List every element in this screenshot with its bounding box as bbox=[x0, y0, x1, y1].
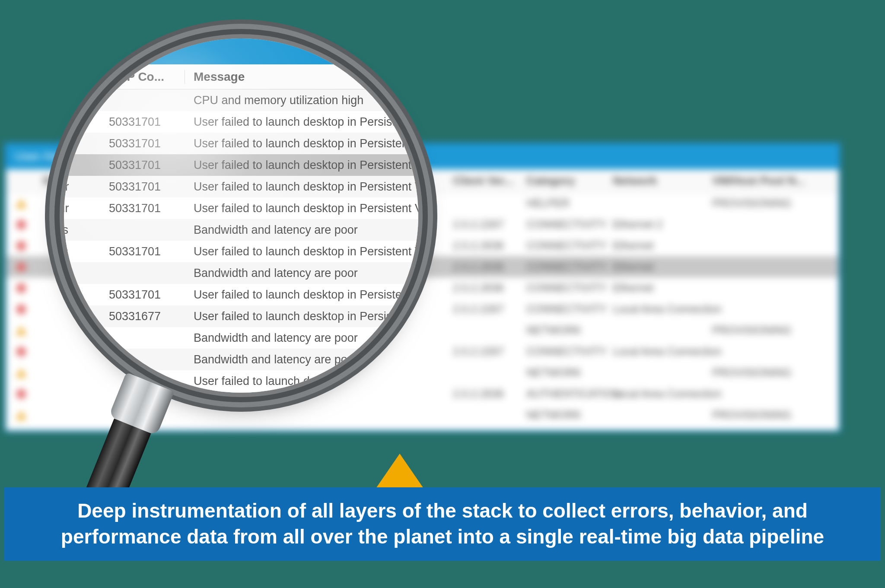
cell: CONNECTIVITY bbox=[520, 239, 607, 252]
cell: Ethernet bbox=[607, 239, 706, 252]
cell: Local Area Connection bbox=[607, 388, 706, 400]
status-error-icon bbox=[6, 262, 36, 272]
cell: CONNECTIVITY bbox=[520, 218, 607, 231]
cell: NETWORK bbox=[520, 430, 607, 432]
status-error-icon bbox=[6, 389, 36, 399]
cell: Ethernet bbox=[607, 261, 706, 273]
table-row[interactable]: NETWORKPROVISIONING bbox=[6, 320, 839, 341]
cell: PROVISIONING bbox=[706, 366, 801, 379]
table-row[interactable]: NETWORKPROVISIONING bbox=[6, 404, 839, 426]
cell: AUTHENTICATION bbox=[520, 388, 607, 400]
cell-message: User failed to launch desktop in Persist… bbox=[185, 115, 418, 129]
caption-banner: Deep instrumentation of all layers of th… bbox=[4, 487, 881, 561]
cell: NETWORK bbox=[520, 324, 607, 337]
cell: CONNECTIVITY bbox=[520, 282, 607, 294]
alarms-panel-blurred: User Alarms Status Client Ver... Categor… bbox=[4, 143, 840, 432]
table-row[interactable]: 2.0.2.2267CONNECTIVITYLocal Area Connect… bbox=[6, 341, 839, 362]
cell: 2.0.2.2267 bbox=[447, 218, 520, 231]
table-row[interactable]: 2.0.2.2267CONNECTIVITYEthernet 2 bbox=[6, 214, 839, 235]
table-row[interactable]: CPU and memory utilization high bbox=[64, 89, 418, 111]
table-row[interactable]: 2.0.2.2636AUTHENTICATIONLocal Area Conne… bbox=[6, 383, 839, 404]
cell: Ethernet bbox=[607, 282, 706, 294]
cell: NETWORK bbox=[520, 366, 607, 379]
table-row[interactable]: 2.0.2.2636CONNECTIVITYEthernet bbox=[6, 277, 839, 299]
cell: 2.0.2.2636 bbox=[447, 261, 520, 273]
lens-header-row: RDP Co... Message bbox=[64, 64, 418, 89]
cell: CONNECTIVITY bbox=[520, 303, 607, 315]
lens-col-rdp[interactable]: RDP Co... bbox=[103, 70, 185, 84]
cell-rdp-code: 50331701 bbox=[103, 115, 185, 129]
cell: PROVISIONING bbox=[706, 430, 801, 432]
col-status[interactable]: Status bbox=[36, 174, 144, 188]
caption-arrow-icon bbox=[376, 454, 423, 488]
status-warning-icon bbox=[6, 368, 36, 378]
col-network[interactable]: Network bbox=[607, 174, 706, 188]
cell: 2.0.2.2267 bbox=[447, 345, 520, 358]
cell: Local Area Connection bbox=[607, 303, 706, 315]
status-error-icon bbox=[6, 241, 36, 251]
cell: PROVISIONING bbox=[706, 197, 801, 210]
cell: CONNECTIVITY bbox=[520, 345, 607, 358]
status-error-icon bbox=[6, 220, 36, 229]
cell: 2.0.2.2267 bbox=[447, 303, 520, 315]
cell: Local Area Connection bbox=[607, 345, 706, 358]
cell: PROVISIONING bbox=[706, 409, 801, 421]
cell-time: in bbox=[64, 115, 103, 129]
status-error-icon bbox=[6, 283, 36, 293]
col-client-ver[interactable]: Client Ver... bbox=[447, 174, 520, 188]
table-row[interactable]: 2.0.2.2267CONNECTIVITYLocal Area Connect… bbox=[6, 299, 839, 320]
status-warning-icon bbox=[6, 410, 36, 420]
col-vmhost[interactable]: VM/Host Pool N... bbox=[706, 174, 801, 188]
cell: 2.0.2.2636 bbox=[447, 239, 520, 252]
table-row[interactable]: 2.0.2.2636CONNECTIVITYEthernet bbox=[6, 256, 839, 277]
cell: 2.0.2.2636 bbox=[447, 282, 520, 294]
cell: 2.0.2.2636 bbox=[447, 388, 520, 400]
table-row[interactable]: 2.0.2.2636CONNECTIVITYEthernet bbox=[6, 235, 839, 256]
table-row[interactable]: NETWORKPROVISIONING bbox=[6, 426, 839, 432]
status-warning-icon bbox=[6, 432, 36, 432]
caption-text: Deep instrumentation of all layers of th… bbox=[26, 498, 859, 550]
status-warning-icon bbox=[6, 199, 36, 208]
cell: HELPER bbox=[520, 197, 607, 210]
table-row[interactable]: HELPERPROVISIONING bbox=[6, 193, 839, 214]
cell: NETWORK bbox=[520, 409, 607, 421]
status-warning-icon bbox=[6, 326, 36, 335]
cell: CONNECTIVITY bbox=[520, 261, 607, 273]
table-row[interactable]: in50331701User failed to launch desktop … bbox=[64, 111, 418, 133]
col-category[interactable]: Category bbox=[520, 174, 607, 188]
lens-col-message[interactable]: Message bbox=[185, 70, 418, 84]
status-error-icon bbox=[6, 305, 36, 314]
status-error-icon bbox=[6, 347, 36, 356]
lens-topbar bbox=[64, 38, 418, 64]
table-header-row: Status Client Ver... Category Network VM… bbox=[6, 169, 839, 193]
cell-message: CPU and memory utilization high bbox=[185, 94, 418, 107]
table-row[interactable]: NETWORKPROVISIONING bbox=[6, 362, 839, 383]
cell: Ethernet 2 bbox=[607, 218, 706, 231]
cell: PROVISIONING bbox=[706, 324, 801, 337]
panel-title: User Alarms bbox=[6, 144, 839, 169]
